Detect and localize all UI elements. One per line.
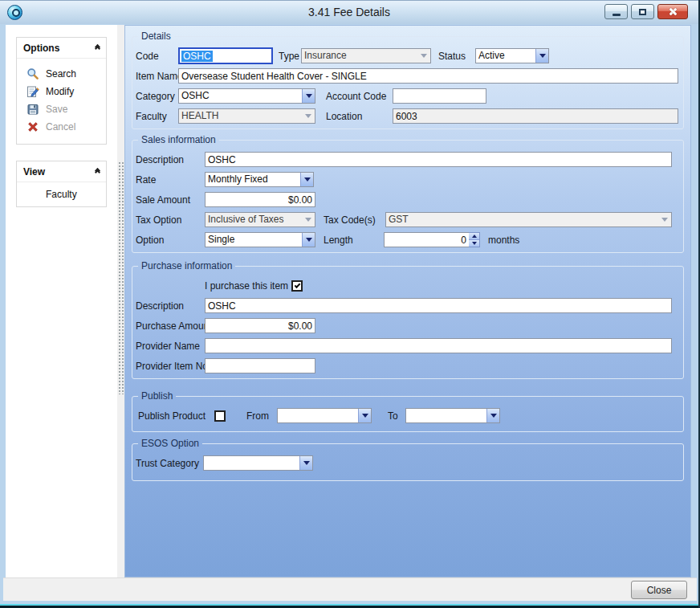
collapse-chevron-icon[interactable] <box>96 45 100 51</box>
options-panel-header[interactable]: Options <box>17 38 106 59</box>
purchase-amount-input[interactable] <box>205 318 315 333</box>
sidebar-item-modify[interactable]: Modify <box>17 83 106 100</box>
dropdown-arrow-icon <box>358 409 371 422</box>
view-panel: View Faculty <box>16 161 107 207</box>
purchase-description-input[interactable] <box>205 298 672 313</box>
sale-amount-input[interactable] <box>205 192 315 207</box>
account-code-input[interactable] <box>393 88 486 104</box>
title-bar[interactable]: 3.41 Fee Details <box>0 0 698 24</box>
provider-item-no-label: Provider Item No <box>134 361 205 372</box>
search-icon <box>26 67 39 80</box>
purchase-amount-label: Purchase Amount <box>134 320 205 332</box>
account-code-label: Account Code <box>326 91 393 102</box>
publish-to-dropdown[interactable] <box>405 408 500 423</box>
splitter-dots <box>118 161 124 394</box>
status-dropdown[interactable]: Active <box>475 48 549 63</box>
sidebar-item-label: Search <box>46 68 76 80</box>
publish-section: Publish Publish Product From To <box>132 390 684 432</box>
purchase-legend: Purchase information <box>138 260 235 271</box>
dropdown-arrow-icon <box>300 173 313 186</box>
type-dropdown: Insurance <box>301 48 431 63</box>
publish-product-label: Publish Product <box>134 410 214 422</box>
options-panel: Options Search Modify <box>16 37 107 145</box>
option-label: Option <box>134 235 205 246</box>
close-window-button[interactable] <box>657 4 688 19</box>
minimize-button[interactable] <box>604 4 628 19</box>
window-frame-bottom <box>0 601 698 608</box>
sidebar-item-label: Cancel <box>46 121 75 133</box>
sales-section: Sales information Description Rate Month… <box>132 134 684 253</box>
checkmark-icon <box>294 282 300 288</box>
esos-section: ESOS Option Trust Category <box>132 438 684 481</box>
sidebar-item-save[interactable]: Save <box>17 100 106 118</box>
fee-details-window: 3.41 Fee Details Options <box>0 0 700 608</box>
close-icon <box>668 7 678 16</box>
purchase-item-checkbox[interactable] <box>291 280 303 292</box>
maximize-icon <box>639 9 646 15</box>
sidebar-item-label: Save <box>46 104 67 115</box>
dropdown-arrow-icon <box>302 233 315 247</box>
trust-category-dropdown[interactable] <box>203 455 313 471</box>
main-panel: Details Code OSHC Type Insurance Status … <box>124 25 691 577</box>
sale-amount-label: Sale Amount <box>134 194 205 206</box>
sidebar-item-label: Modify <box>46 86 74 97</box>
faculty-dropdown: HEALTH <box>178 108 315 124</box>
tax-option-label: Tax Option <box>134 214 205 226</box>
save-icon <box>26 103 39 116</box>
dropdown-arrow-icon <box>302 213 315 226</box>
close-button[interactable]: Close <box>631 581 687 599</box>
faculty-label: Faculty <box>134 111 178 122</box>
rate-dropdown[interactable]: Monthly Fixed <box>205 172 314 187</box>
window-controls <box>604 4 688 19</box>
location-input <box>393 108 678 124</box>
publish-from-label: From <box>246 410 277 422</box>
purchase-description-label: Description <box>134 300 205 312</box>
provider-name-input[interactable] <box>205 338 672 353</box>
dropdown-arrow-icon <box>302 109 315 123</box>
code-input[interactable]: OSHC <box>178 47 273 64</box>
publish-legend: Publish <box>138 390 176 402</box>
tax-codes-dropdown: GST <box>385 212 672 227</box>
footer-bar: Close <box>3 577 697 601</box>
length-label: Length <box>324 235 384 246</box>
sidebar-item-cancel[interactable]: Cancel <box>17 118 106 136</box>
sidebar-item-search[interactable]: Search <box>17 65 106 83</box>
trust-category-label: Trust Category <box>134 458 203 469</box>
spinner-buttons <box>469 232 480 247</box>
spinner-up-button[interactable] <box>469 233 479 239</box>
collapse-chevron-icon[interactable] <box>96 169 100 174</box>
spinner-down-button[interactable] <box>469 239 479 247</box>
dropdown-arrow-icon <box>658 213 671 226</box>
category-label: Category <box>134 91 178 102</box>
view-panel-header[interactable]: View <box>17 161 106 182</box>
sidebar-item-faculty[interactable]: Faculty <box>17 182 106 206</box>
cancel-icon <box>26 120 39 133</box>
modify-icon <box>26 85 39 98</box>
item-name-input[interactable] <box>178 68 678 84</box>
length-input[interactable] <box>384 232 469 247</box>
code-selected-text: OSHC <box>181 51 213 62</box>
publish-product-checkbox[interactable] <box>214 410 226 422</box>
details-section: Details Code OSHC Type Insurance Status … <box>132 31 684 129</box>
location-label: Location <box>326 111 393 122</box>
details-legend: Details <box>138 31 174 42</box>
category-dropdown[interactable]: OSHC <box>178 88 315 104</box>
sales-description-input[interactable] <box>205 152 672 167</box>
months-label: months <box>488 235 519 246</box>
item-name-label: Item Name <box>134 71 178 82</box>
options-panel-title: Options <box>23 43 96 54</box>
publish-from-dropdown[interactable] <box>277 408 372 423</box>
esos-legend: ESOS Option <box>138 438 202 449</box>
splitter-handle[interactable] <box>117 25 124 577</box>
sales-description-label: Description <box>134 154 205 165</box>
maximize-button[interactable] <box>631 4 654 19</box>
purchase-checkbox-label: I purchase this item <box>205 280 291 292</box>
option-dropdown[interactable]: Single <box>205 232 315 247</box>
dropdown-arrow-icon <box>535 49 548 63</box>
minimize-icon <box>612 14 621 16</box>
rate-label: Rate <box>134 174 205 186</box>
dropdown-arrow-icon <box>302 89 315 103</box>
length-spinner[interactable] <box>384 232 480 247</box>
tax-option-dropdown: Inclusive of Taxes <box>205 212 315 227</box>
provider-item-no-input[interactable] <box>205 358 315 373</box>
